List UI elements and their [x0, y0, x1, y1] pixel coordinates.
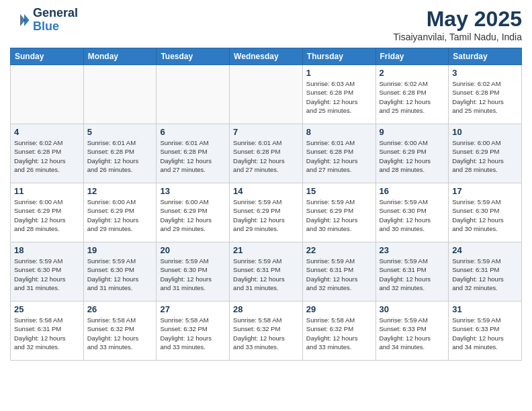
calendar-cell: 22Sunrise: 5:59 AM Sunset: 6:31 PM Dayli…	[302, 242, 375, 302]
day-info: Sunrise: 5:59 AM Sunset: 6:31 PM Dayligh…	[306, 257, 372, 292]
day-info: Sunrise: 5:58 AM Sunset: 6:32 PM Dayligh…	[160, 316, 226, 351]
calendar-week-row: 25Sunrise: 5:58 AM Sunset: 6:31 PM Dayli…	[11, 302, 522, 361]
calendar-cell: 31Sunrise: 5:59 AM Sunset: 6:33 PM Dayli…	[449, 302, 522, 361]
calendar-cell: 27Sunrise: 5:58 AM Sunset: 6:32 PM Dayli…	[157, 302, 230, 361]
day-number: 3	[452, 68, 518, 78]
day-number: 22	[306, 245, 372, 255]
calendar-cell: 8Sunrise: 6:01 AM Sunset: 6:28 PM Daylig…	[302, 124, 375, 183]
calendar-cell: 15Sunrise: 5:59 AM Sunset: 6:29 PM Dayli…	[302, 183, 375, 242]
day-info: Sunrise: 5:58 AM Sunset: 6:32 PM Dayligh…	[306, 316, 372, 351]
day-number: 21	[233, 245, 299, 255]
logo: General Blue	[10, 7, 78, 34]
day-number: 28	[233, 304, 299, 314]
calendar-cell: 5Sunrise: 6:01 AM Sunset: 6:28 PM Daylig…	[83, 124, 157, 183]
day-info: Sunrise: 5:59 AM Sunset: 6:31 PM Dayligh…	[452, 257, 518, 292]
day-number: 25	[14, 304, 80, 314]
day-info: Sunrise: 5:59 AM Sunset: 6:31 PM Dayligh…	[380, 257, 445, 292]
day-number: 19	[87, 245, 153, 255]
day-info: Sunrise: 6:01 AM Sunset: 6:28 PM Dayligh…	[87, 138, 153, 174]
day-info: Sunrise: 6:01 AM Sunset: 6:28 PM Dayligh…	[160, 138, 226, 174]
calendar-cell: 25Sunrise: 5:58 AM Sunset: 6:31 PM Dayli…	[11, 302, 84, 361]
day-info: Sunrise: 6:02 AM Sunset: 6:28 PM Dayligh…	[14, 138, 80, 174]
page-header: General Blue May 2025 Tisaiyanvilai, Tam…	[10, 7, 522, 42]
day-info: Sunrise: 5:59 AM Sunset: 6:33 PM Dayligh…	[452, 316, 518, 351]
day-number: 7	[233, 127, 299, 137]
day-info: Sunrise: 6:02 AM Sunset: 6:28 PM Dayligh…	[380, 79, 445, 115]
day-number: 4	[14, 127, 80, 137]
day-number: 23	[380, 245, 445, 255]
calendar-table: SundayMondayTuesdayWednesdayThursdayFrid…	[10, 48, 522, 361]
day-number: 20	[160, 245, 226, 255]
day-info: Sunrise: 6:00 AM Sunset: 6:29 PM Dayligh…	[14, 197, 80, 233]
day-number: 27	[160, 304, 226, 314]
calendar-week-row: 11Sunrise: 6:00 AM Sunset: 6:29 PM Dayli…	[11, 183, 522, 242]
calendar-cell: 4Sunrise: 6:02 AM Sunset: 6:28 PM Daylig…	[11, 124, 84, 183]
day-number: 12	[87, 186, 153, 196]
day-info: Sunrise: 5:59 AM Sunset: 6:29 PM Dayligh…	[306, 197, 372, 233]
weekday-header-friday: Friday	[375, 48, 449, 65]
day-info: Sunrise: 5:59 AM Sunset: 6:31 PM Dayligh…	[233, 257, 299, 292]
day-info: Sunrise: 5:59 AM Sunset: 6:30 PM Dayligh…	[452, 197, 518, 233]
weekday-header-tuesday: Tuesday	[157, 48, 230, 65]
calendar-cell: 11Sunrise: 6:00 AM Sunset: 6:29 PM Dayli…	[11, 183, 84, 242]
calendar-week-row: 4Sunrise: 6:02 AM Sunset: 6:28 PM Daylig…	[11, 124, 522, 183]
calendar-cell: 16Sunrise: 5:59 AM Sunset: 6:30 PM Dayli…	[375, 183, 449, 242]
weekday-header-monday: Monday	[83, 48, 157, 65]
calendar-cell: 12Sunrise: 6:00 AM Sunset: 6:29 PM Dayli…	[83, 183, 157, 242]
calendar-cell: 3Sunrise: 6:02 AM Sunset: 6:28 PM Daylig…	[449, 65, 522, 124]
day-info: Sunrise: 5:59 AM Sunset: 6:30 PM Dayligh…	[160, 257, 226, 292]
day-info: Sunrise: 5:58 AM Sunset: 6:31 PM Dayligh…	[14, 316, 80, 351]
day-info: Sunrise: 6:00 AM Sunset: 6:29 PM Dayligh…	[380, 138, 445, 174]
day-number: 16	[380, 186, 445, 196]
weekday-header-row: SundayMondayTuesdayWednesdayThursdayFrid…	[11, 48, 522, 65]
calendar-cell	[11, 65, 84, 124]
weekday-header-sunday: Sunday	[11, 48, 84, 65]
day-info: Sunrise: 5:59 AM Sunset: 6:30 PM Dayligh…	[87, 257, 153, 292]
day-number: 2	[380, 68, 445, 78]
day-number: 15	[306, 186, 372, 196]
day-number: 10	[452, 127, 518, 137]
calendar-cell: 1Sunrise: 6:03 AM Sunset: 6:28 PM Daylig…	[302, 65, 375, 124]
day-number: 29	[306, 304, 372, 314]
day-number: 31	[452, 304, 518, 314]
calendar-cell: 29Sunrise: 5:58 AM Sunset: 6:32 PM Dayli…	[302, 302, 375, 361]
day-number: 8	[306, 127, 372, 137]
logo-text: General Blue	[33, 7, 78, 34]
day-number: 9	[380, 127, 445, 137]
day-info: Sunrise: 6:02 AM Sunset: 6:28 PM Dayligh…	[452, 79, 518, 115]
day-number: 18	[14, 245, 80, 255]
calendar-week-row: 18Sunrise: 5:59 AM Sunset: 6:30 PM Dayli…	[11, 242, 522, 302]
calendar-cell: 14Sunrise: 5:59 AM Sunset: 6:29 PM Dayli…	[230, 183, 303, 242]
day-number: 13	[160, 186, 226, 196]
calendar-cell: 19Sunrise: 5:59 AM Sunset: 6:30 PM Dayli…	[83, 242, 157, 302]
day-info: Sunrise: 5:58 AM Sunset: 6:32 PM Dayligh…	[233, 316, 299, 351]
calendar-cell: 21Sunrise: 5:59 AM Sunset: 6:31 PM Dayli…	[230, 242, 303, 302]
day-number: 14	[233, 186, 299, 196]
day-number: 5	[87, 127, 153, 137]
calendar-week-row: 1Sunrise: 6:03 AM Sunset: 6:28 PM Daylig…	[11, 65, 522, 124]
day-info: Sunrise: 5:58 AM Sunset: 6:32 PM Dayligh…	[87, 316, 153, 351]
location-title: Tisaiyanvilai, Tamil Nadu, India	[394, 32, 522, 42]
logo-icon	[10, 10, 30, 30]
calendar-cell: 13Sunrise: 6:00 AM Sunset: 6:29 PM Dayli…	[157, 183, 230, 242]
day-info: Sunrise: 6:00 AM Sunset: 6:29 PM Dayligh…	[452, 138, 518, 174]
day-number: 17	[452, 186, 518, 196]
weekday-header-wednesday: Wednesday	[230, 48, 303, 65]
weekday-header-saturday: Saturday	[449, 48, 522, 65]
weekday-header-thursday: Thursday	[302, 48, 375, 65]
month-title: May 2025	[394, 7, 522, 32]
calendar-cell: 7Sunrise: 6:01 AM Sunset: 6:28 PM Daylig…	[230, 124, 303, 183]
day-number: 24	[452, 245, 518, 255]
calendar-cell: 23Sunrise: 5:59 AM Sunset: 6:31 PM Dayli…	[375, 242, 449, 302]
calendar-cell: 9Sunrise: 6:00 AM Sunset: 6:29 PM Daylig…	[375, 124, 449, 183]
calendar-cell: 18Sunrise: 5:59 AM Sunset: 6:30 PM Dayli…	[11, 242, 84, 302]
calendar-cell	[230, 65, 303, 124]
calendar-cell	[157, 65, 230, 124]
calendar-cell: 26Sunrise: 5:58 AM Sunset: 6:32 PM Dayli…	[83, 302, 157, 361]
day-info: Sunrise: 6:00 AM Sunset: 6:29 PM Dayligh…	[160, 197, 226, 233]
day-info: Sunrise: 6:01 AM Sunset: 6:28 PM Dayligh…	[233, 138, 299, 174]
day-number: 11	[14, 186, 80, 196]
calendar-cell: 6Sunrise: 6:01 AM Sunset: 6:28 PM Daylig…	[157, 124, 230, 183]
calendar-cell	[83, 65, 157, 124]
day-number: 1	[306, 68, 372, 78]
